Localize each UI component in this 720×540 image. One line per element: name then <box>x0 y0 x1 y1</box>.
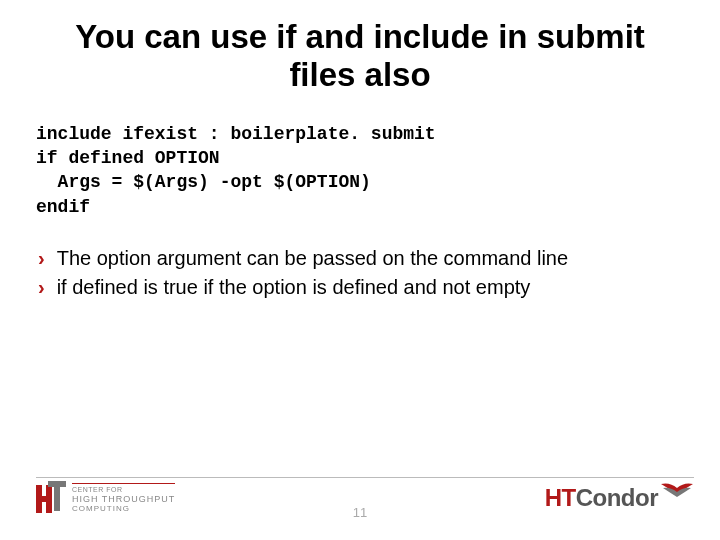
htcondor-logo-text: HTCondor <box>545 484 658 512</box>
logo-c: C <box>576 484 593 511</box>
logo-line: HIGH THROUGHPUT <box>72 494 175 504</box>
chevron-icon: › <box>38 274 45 301</box>
htcondor-logo: HTCondor <box>545 482 694 514</box>
code-line: if defined OPTION <box>36 148 220 168</box>
chtc-logo-text: CENTER FOR HIGH THROUGHPUT COMPUTING <box>72 483 175 514</box>
ht-mark-icon <box>36 481 64 515</box>
logo-ondor: ondor <box>593 484 658 511</box>
bullet-text: The option argument can be passed on the… <box>57 245 568 272</box>
code-line: endif <box>36 197 90 217</box>
logo-line: CENTER FOR <box>72 486 175 494</box>
slide-title: You can use if and include in submit fil… <box>0 0 720 104</box>
condor-wing-icon <box>660 482 694 504</box>
bullet-list: › The option argument can be passed on t… <box>0 219 720 301</box>
chtc-logo: CENTER FOR HIGH THROUGHPUT COMPUTING <box>36 481 175 515</box>
bullet-text: if defined is true if the option is defi… <box>57 274 531 301</box>
code-block: include ifexist : boilerplate. submit if… <box>0 104 720 219</box>
page-number: 11 <box>353 505 367 520</box>
code-line: include ifexist : boilerplate. submit <box>36 124 436 144</box>
list-item: › if defined is true if the option is de… <box>38 274 690 301</box>
code-line: Args = $(Args) -opt $(OPTION) <box>36 172 371 192</box>
logo-ht: HT <box>545 484 576 511</box>
logo-line: COMPUTING <box>72 504 175 513</box>
list-item: › The option argument can be passed on t… <box>38 245 690 272</box>
chevron-icon: › <box>38 245 45 272</box>
